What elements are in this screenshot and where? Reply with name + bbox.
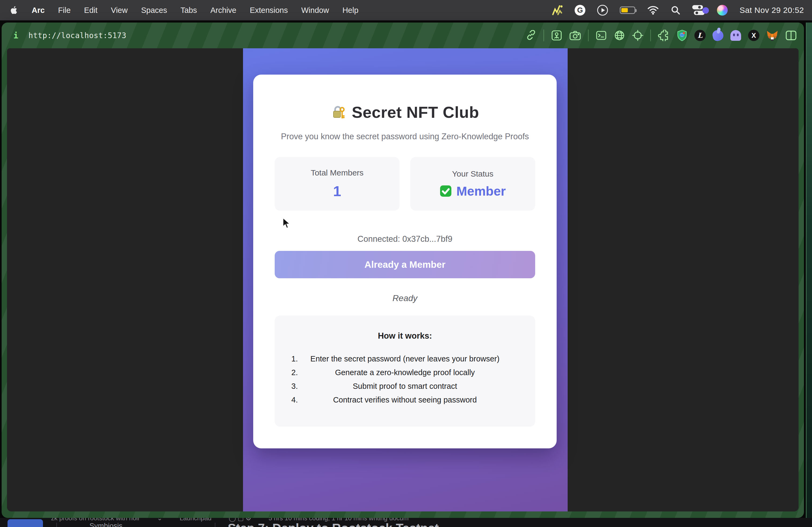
menu-item-file[interactable]: File [58, 6, 71, 15]
background-window-divider [215, 523, 215, 527]
member-status-text: Member [456, 184, 506, 199]
stocks-menu-icon[interactable] [552, 5, 563, 16]
phantom-wallet-icon[interactable] [730, 30, 741, 41]
how-it-works-list: Enter the secret password (never leaves … [290, 352, 520, 407]
spotlight-search-icon[interactable] [671, 5, 680, 15]
wifi-icon[interactable] [647, 6, 659, 15]
mouse-cursor [282, 217, 292, 230]
menu-clock[interactable]: Sat Nov 29 20:52 [740, 6, 804, 15]
apple-icon[interactable] [10, 6, 18, 15]
menu-item-extensions[interactable]: Extensions [250, 6, 288, 15]
stat-label: Your Status [452, 169, 494, 178]
media-gallery-icon[interactable] [551, 30, 562, 41]
script-l-extension-icon[interactable]: L [694, 30, 706, 41]
metamask-icon[interactable] [766, 30, 778, 41]
how-it-works-step: Enter the secret password (never leaves … [290, 352, 520, 366]
browser-window: i http://localhost:5173 [2, 22, 804, 518]
control-center-icon[interactable] [692, 5, 705, 15]
menu-item-spaces[interactable]: Spaces [141, 6, 167, 15]
how-it-works-title: How it works: [290, 331, 520, 341]
member-status-value: Member [439, 184, 506, 199]
menu-bar: Arc File Edit View Spaces Tabs Archive E… [0, 0, 812, 20]
terminal-icon[interactable] [596, 30, 607, 41]
extensions-puzzle-icon[interactable] [658, 30, 670, 41]
page-title-text: Secret NFT Club [352, 103, 479, 122]
app-background: Secret NFT Club Prove you know the secre… [243, 48, 568, 511]
globe-icon[interactable] [614, 30, 625, 41]
copy-link-icon[interactable] [526, 30, 536, 41]
total-members-box: Total Members 1 [275, 157, 400, 211]
menu-item-view[interactable]: View [111, 6, 128, 15]
background-window: zk proofs on rootstock with noir ⌄ Launc… [0, 518, 812, 527]
total-members-value: 1 [333, 183, 341, 199]
siri-icon[interactable] [717, 5, 728, 16]
menu-item-help[interactable]: Help [342, 6, 359, 15]
crosshair-icon[interactable] [632, 30, 643, 41]
camera-capture-icon[interactable] [569, 30, 581, 41]
member-check-icon [439, 185, 452, 197]
status-text: Ready [275, 293, 535, 303]
stats-row: Total Members 1 Your Status Member [275, 157, 535, 211]
info-icon[interactable]: i [13, 31, 18, 40]
vpn-status-dot [702, 7, 709, 14]
chevron-down-icon: ⌄ [157, 518, 162, 522]
stat-label: Total Members [311, 168, 364, 177]
rabbit-extension-icon[interactable] [712, 29, 724, 42]
how-it-works-step: Generate a zero-knowledge proof locally [290, 366, 520, 379]
grammarly-menu-icon[interactable]: G [575, 5, 585, 16]
menu-item-window[interactable]: Window [301, 6, 329, 15]
background-status-mid: Launchpad [180, 518, 212, 522]
battery-icon[interactable] [620, 6, 635, 14]
background-window-label: Symbiosis [89, 522, 122, 527]
lock-icon [331, 105, 346, 120]
privacy-shield-extension-icon[interactable] [677, 30, 687, 41]
how-it-works-step: Contract verifies without seeing passwor… [290, 393, 520, 407]
background-window-divider [56, 523, 57, 527]
background-status-left: zk proofs on rootstock with noir [51, 518, 140, 522]
app-card: Secret NFT Club Prove you know the secre… [253, 75, 557, 448]
background-window-heading: Step 7: Deploy to Rootstock Testnet [228, 521, 439, 527]
already-member-button[interactable]: Already a Member [275, 251, 535, 278]
toolbar-divider [543, 30, 544, 41]
toolbar-divider [588, 30, 589, 41]
desktop: Arc File Edit View Spaces Tabs Archive E… [0, 0, 812, 527]
web-content: Secret NFT Club Prove you know the secre… [7, 48, 799, 511]
split-view-icon[interactable] [785, 30, 797, 41]
browser-toolbar: i http://localhost:5173 [2, 22, 804, 48]
page-subtitle: Prove you know the secret password using… [275, 132, 535, 141]
toolbar-divider [650, 30, 651, 41]
menu-item-edit[interactable]: Edit [84, 6, 98, 15]
how-it-works-box: How it works: Enter the secret password … [275, 316, 535, 427]
url-bar[interactable]: i http://localhost:5173 [13, 31, 127, 40]
connected-address: Connected: 0x37cb...7bf9 [275, 234, 535, 244]
how-it-works-step: Submit proof to smart contract [290, 379, 520, 393]
x-extension-icon[interactable]: X [748, 30, 759, 41]
menu-item-archive[interactable]: Archive [210, 6, 236, 15]
menu-item-tabs[interactable]: Tabs [180, 6, 197, 15]
your-status-box: Your Status Member [410, 157, 535, 211]
background-window-edge [806, 22, 812, 518]
menu-app-name[interactable]: Arc [32, 6, 45, 15]
background-window-tab[interactable] [8, 519, 43, 527]
page-title: Secret NFT Club [275, 103, 535, 122]
url-text[interactable]: http://localhost:5173 [28, 31, 127, 40]
playback-menu-icon[interactable] [597, 5, 608, 16]
